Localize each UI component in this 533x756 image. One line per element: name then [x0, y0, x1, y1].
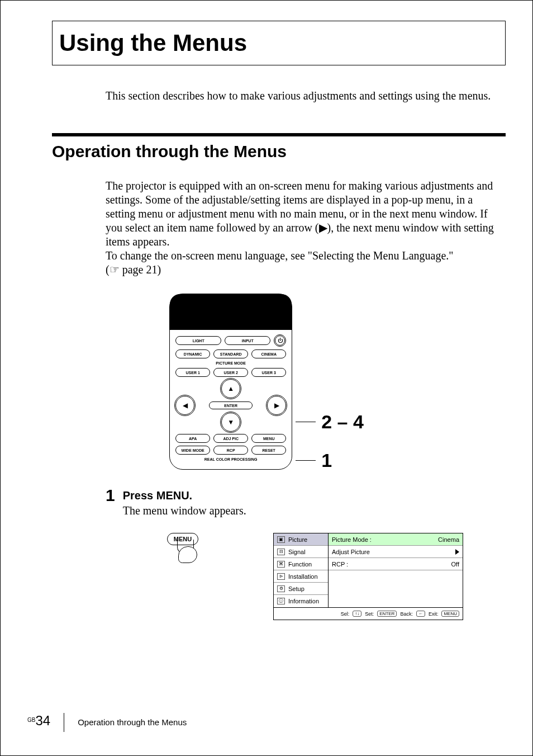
step-body: Press MENU. The menu window appears. — [123, 487, 246, 517]
callout-menu: 1 — [296, 450, 364, 471]
footer-rule — [64, 713, 64, 732]
remote-figure: LIGHT INPUT ⏻ DYNAMIC STANDARD CINEMA PI… — [27, 294, 506, 471]
osd-left-function: ⌘Function — [274, 558, 328, 570]
remote-row-1: LIGHT INPUT ⏻ — [175, 334, 286, 347]
osd-left-label: Function — [288, 561, 312, 568]
osd-left-picture: ▣Picture — [274, 533, 328, 546]
osd-left-column: ▣Picture ⊟Signal ⌘Function ⊳Installation… — [274, 533, 329, 607]
osd-menu: ▣Picture ⊟Signal ⌘Function ⊳Installation… — [273, 533, 463, 620]
osd-rcp-value: Off — [451, 561, 459, 568]
nav-left-icon: ◀ — [174, 395, 196, 416]
osd-left-label: Setup — [288, 585, 304, 592]
remote-row-2: DYNAMIC STANDARD CINEMA — [175, 349, 286, 358]
left-key-icon: ← — [416, 611, 425, 617]
osd-picture-mode-label: Picture Mode : — [332, 536, 372, 543]
body-para-1: The projector is equipped with an on-scr… — [106, 179, 494, 249]
osd-left-information: ⓘInformation — [274, 595, 328, 607]
remote-row-4: APA ADJ PIC MENU — [175, 434, 286, 443]
menu-key-icon: MENU — [441, 611, 459, 617]
osd-left-label: Information — [288, 598, 319, 604]
menu-button-pill: MENU — [251, 434, 286, 443]
user3-button: USER 3 — [251, 368, 286, 377]
menu-button-figure: MENU — [167, 533, 201, 566]
page-reference: page 21 — [106, 263, 494, 277]
osd-adjust-picture-label: Adjust Picture — [332, 549, 370, 555]
enter-button: ENTER — [209, 401, 253, 409]
page-title: Using the Menus — [59, 30, 247, 56]
footer-gb: GB — [27, 717, 35, 723]
osd-left-installation: ⊳Installation — [274, 570, 328, 583]
osd-left-label: Picture — [288, 536, 307, 543]
body-para-2: To change the on-screen menu language, s… — [106, 249, 494, 263]
intro-text: This section describes how to make vario… — [106, 89, 494, 103]
widemode-button: WIDE MODE — [175, 446, 210, 455]
section-heading: Operation through the Menus — [52, 142, 506, 161]
osd-left-signal: ⊟Signal — [274, 546, 328, 558]
step-title: Press MENU. — [123, 489, 246, 502]
finger-icon — [178, 546, 197, 563]
rcp-button: RCP — [213, 446, 248, 455]
callout-nav: 2 – 4 — [296, 411, 364, 433]
updown-key-icon: ↑↓ — [353, 611, 361, 617]
remote-top — [170, 294, 292, 330]
setup-icon: ⚙ — [277, 585, 285, 592]
arrow-right-icon — [455, 549, 459, 555]
remote-row-5: WIDE MODE RCP RESET — [175, 446, 286, 455]
osd-rcp-label: RCP : — [332, 561, 348, 568]
osd-picture-mode-value: Cinema — [438, 536, 459, 543]
title-bar: Using the Menus — [52, 21, 506, 65]
osd-set-label: Set: — [365, 611, 374, 617]
step-number: 1 — [106, 487, 115, 517]
callout-menu-label: 1 — [321, 450, 332, 471]
osd-left-setup: ⚙Setup — [274, 583, 328, 595]
remote-control: LIGHT INPUT ⏻ DYNAMIC STANDARD CINEMA PI… — [169, 294, 292, 470]
osd-blank — [329, 570, 463, 607]
osd-sel-label: Sel: — [341, 611, 350, 617]
osd-right-column: Picture Mode : Cinema Adjust Picture RCP… — [329, 533, 463, 607]
remote-row-3: USER 1 USER 2 USER 3 — [175, 368, 286, 377]
user1-button: USER 1 — [175, 368, 210, 377]
osd-adjust-picture-row: Adjust Picture — [329, 546, 463, 558]
user2-button: USER 2 — [213, 368, 248, 377]
nav-down-icon: ▼ — [220, 412, 241, 433]
picture-mode-label: PICTURE MODE — [175, 361, 286, 365]
nav-pad: ▲ ▼ ◀ ▶ ENTER — [175, 380, 286, 431]
step-figures: MENU ▣Picture ⊟Signal ⌘Function ⊳Install… — [167, 533, 506, 620]
callout-nav-label: 2 – 4 — [321, 411, 364, 433]
step-text: The menu window appears. — [123, 504, 246, 517]
power-button: ⏻ — [274, 334, 286, 347]
footer-page-num: GB34 — [27, 713, 50, 729]
function-icon: ⌘ — [277, 561, 285, 568]
installation-icon: ⊳ — [277, 573, 285, 580]
footer-section: Operation through the Menus — [78, 717, 187, 727]
enter-key-icon: ENTER — [377, 611, 397, 617]
section-rule — [52, 133, 506, 136]
reset-button: RESET — [251, 446, 286, 455]
footer-number: 34 — [35, 713, 50, 728]
adjpic-button: ADJ PIC — [213, 434, 248, 443]
step-1: 1 Press MENU. The menu window appears. — [106, 487, 506, 517]
nav-up-icon: ▲ — [220, 378, 241, 399]
page: Using the Menus This section describes h… — [0, 0, 533, 756]
callouts: 2 – 4 1 — [296, 417, 364, 471]
osd-body: ▣Picture ⊟Signal ⌘Function ⊳Installation… — [274, 533, 463, 607]
light-button: LIGHT — [175, 336, 221, 345]
callout-line-icon — [296, 422, 316, 423]
input-button: INPUT — [225, 336, 270, 345]
osd-picture-mode-row: Picture Mode : Cinema — [329, 533, 463, 546]
signal-icon: ⊟ — [277, 549, 285, 555]
osd-back-label: Back: — [400, 611, 413, 617]
apa-button: APA — [175, 434, 210, 443]
nav-right-icon: ▶ — [266, 395, 287, 416]
osd-exit-label: Exit: — [429, 611, 439, 617]
osd-footer: Sel:↑↓ Set:ENTER Back:← Exit:MENU — [274, 607, 463, 620]
dynamic-button: DYNAMIC — [175, 349, 210, 358]
rcp-label: REAL COLOR PROCESSING — [175, 457, 286, 461]
standard-button: STANDARD — [213, 349, 248, 358]
information-icon: ⓘ — [277, 598, 285, 604]
cinema-button: CINEMA — [251, 349, 286, 358]
callout-line-icon — [296, 460, 316, 461]
osd-left-label: Signal — [288, 549, 306, 555]
osd-left-label: Installation — [288, 573, 318, 580]
picture-icon: ▣ — [277, 536, 285, 543]
